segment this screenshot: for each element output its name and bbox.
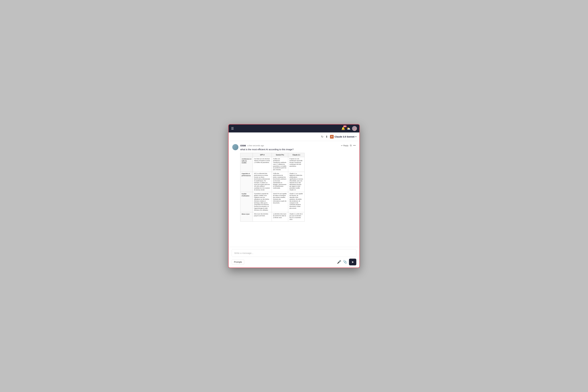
input-toolbar: Prompts 🎤 📎 ➤ [232,259,356,265]
message-content: OSNI a few seconds ago ↩ Reply ⧉ ••• wha… [240,144,356,222]
row-category-4: Mises à jour [240,212,253,222]
row-claude-4: Claude 2.1 a été mis à jour pour la dern… [288,212,304,222]
reply-icon: ↩ [341,144,343,147]
chat-area: OSNI a few seconds ago ↩ Reply ⧉ ••• wha… [228,141,360,247]
row-gemini-2: Il offre des performances de pointe, sur… [272,172,288,192]
row-claude-3: Claude 2.1 est capable de résumer, de ré… [288,192,304,212]
anthropic-logo: AI [330,135,334,138]
row-gpt4-3: Il possède la capacité de générer, d'édi… [253,192,272,212]
row-category-1: Architecture et taille du modèle [240,157,253,172]
message-header-left: OSNI a few seconds ago [240,144,264,147]
prompts-button[interactable]: Prompts [232,260,244,264]
message-block: OSNI a few seconds ago ↩ Reply ⧉ ••• wha… [232,144,356,222]
chevron-down-icon: ▾ [356,136,356,138]
avatar-image-main [232,144,238,150]
model-bar: ↻ ⬇ AI Claude 3.5 Sonnet ▾ [228,132,360,141]
table-header-claude: Claude 2.1 [288,153,304,157]
user-avatar [232,144,238,150]
send-icon: ➤ [352,260,354,264]
user-avatar-title[interactable] [352,126,357,131]
row-gpt4-4: Mise à jour des données jusqu'en avril 2… [253,212,272,222]
message-placeholder: Write a message... [234,252,254,254]
more-button[interactable]: ••• [353,144,356,147]
download-button[interactable]: ⬇ [326,135,328,138]
hamburger-icon[interactable]: ☰ [231,127,234,130]
title-bar-left: ☰ [231,127,234,130]
table-row: Facilité d'utilisation Il possède la cap… [240,192,304,212]
model-name: Claude 3.5 Sonnet [334,135,354,138]
row-gemini-4: La dernière mise à jour de Gemini Pro da… [272,212,288,222]
table-header-gpt4: GPT-4 [253,153,272,157]
table-row: Architecture et taille du modèle Il se b… [240,157,304,172]
row-gpt4-1: Il se base sur une structure 'Mixture of… [253,157,272,172]
model-bar-actions: ↻ ⬇ AI Claude 3.5 Sonnet ▾ [321,135,356,138]
message-header: OSNI a few seconds ago ↩ Reply ⧉ ••• [240,144,356,147]
table-row: Mises à jour Mise à jour des données jus… [240,212,304,222]
reply-button[interactable]: ↩ Reply [341,144,348,147]
cloud-icon[interactable]: ⛅ [347,127,350,130]
row-gemini-3: Gemini Pro est capable de traiter et d'a… [272,192,288,212]
microphone-button[interactable]: 🎤 [337,260,341,264]
comparison-table: GPT-4 Gemini Pro Claude 2.1 Architecture… [240,153,304,222]
message-input-container[interactable]: Write a message... [232,249,356,257]
notification-count: 99+ [343,126,347,127]
table-header-gemini: Gemini Pro [272,153,288,157]
row-gpt4-2: GPT-4 a démontré des performances au niv… [253,172,272,192]
message-text: what is the most efficient AI according … [240,148,356,151]
notification-badge[interactable]: 🔔 99+ [341,127,345,130]
row-category-3: Facilité d'utilisation [240,192,253,212]
timestamp: a few seconds ago [248,144,264,147]
app-window: ☰ 🔔 99+ ⛅ ↻ ⬇ AI Claude 3.5 Sonnet ▾ [228,124,360,268]
table-row: Capacités et performances GPT-4 a démont… [240,172,304,192]
title-bar-right: 🔔 99+ ⛅ [341,126,357,131]
send-button[interactable]: ➤ [349,259,356,265]
title-bar: ☰ 🔔 99+ ⛅ [228,124,360,132]
input-right-actions: 🎤 📎 ➤ [337,259,356,265]
message-actions: ↩ Reply ⧉ ••• [341,144,356,147]
refresh-button[interactable]: ↻ [321,135,324,138]
row-category-2: Capacités et performances [240,172,253,192]
table-header-empty [240,153,253,157]
model-selector[interactable]: AI Claude 3.5 Sonnet ▾ [330,135,356,138]
username: OSNI [240,144,246,147]
row-gemini-1: Il utilise une architecture Transformer … [272,157,288,172]
reply-label: Reply [343,144,348,147]
avatar-image [352,126,357,131]
row-claude-2: Claude 2.1 a également réalisé des améli… [288,172,304,192]
row-claude-1: Il repose sur une architecture neuronale… [288,157,304,172]
copy-button[interactable]: ⧉ [350,144,352,147]
input-area: Write a message... Prompts 🎤 📎 ➤ [228,247,360,268]
attach-button[interactable]: 📎 [343,260,347,264]
